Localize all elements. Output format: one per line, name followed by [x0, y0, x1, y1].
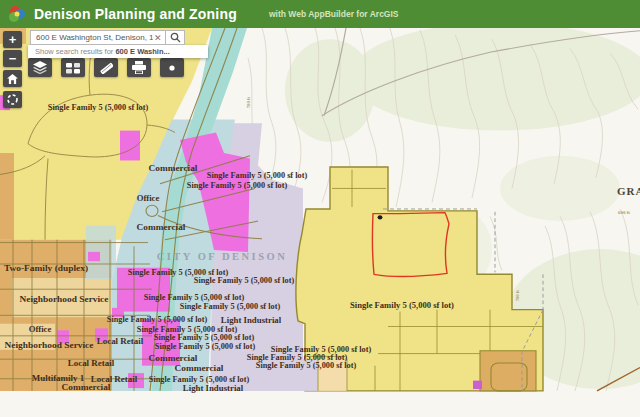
app-header: Denison Planning and Zoning with Web App…: [0, 0, 640, 28]
locate-icon: [6, 93, 19, 106]
print-icon: [132, 61, 146, 74]
map-label: Single Family 5 (5,000 sf lot): [180, 302, 281, 311]
map-label: Single Family 5 (5,000 sf lot): [256, 362, 357, 371]
map-label: Single Family 5 (5,000 sf lot): [155, 342, 256, 351]
page-title: Denison Planning and Zoning: [34, 6, 237, 22]
search-bar: ✕: [30, 30, 185, 45]
app-logo-icon: [7, 4, 27, 24]
zone-tan-strip: [0, 153, 14, 240]
map-label: Single Family 5 (5,000 sf lot): [350, 301, 454, 310]
zone-commercial-orange: [480, 351, 536, 391]
layers-icon: [33, 61, 47, 74]
measure-button[interactable]: [94, 58, 118, 77]
map-label: Single Family 5 (5,000 sf lot): [107, 315, 208, 324]
map-label: Single Family 5 (5,000 sf lot): [154, 334, 255, 343]
zoom-in-button[interactable]: +: [3, 31, 22, 48]
map-label: 700 ft: [515, 290, 520, 302]
layers-button[interactable]: [28, 58, 52, 77]
measure-icon: [99, 61, 113, 74]
map-label: GRA: [617, 186, 640, 197]
search-icon: [170, 32, 181, 43]
draw-button[interactable]: [160, 58, 184, 77]
map-label: Light Industrial: [183, 383, 244, 393]
map-canvas[interactable]: Single Family 5 (5,000 sf lot)Commercial…: [0, 28, 640, 417]
map-label: Neighborhood Service: [5, 340, 94, 350]
map-label: Single Family 5 (5,000 sf lot): [137, 325, 238, 334]
home-icon: [7, 74, 18, 84]
map-label: 700 ft: [246, 97, 251, 109]
search-suggestion-item[interactable]: Show search results for 600 E Washin...: [28, 45, 208, 58]
map-label: CITY OF DENISON: [157, 252, 288, 263]
page-subtitle: with Web AppBuilder for ArcGIS: [269, 9, 399, 19]
map-label: Neighborhood Service: [20, 295, 109, 305]
map-label: Single Family 5 (5,000 sf lot): [194, 276, 295, 285]
zoom-out-button[interactable]: −: [3, 50, 22, 67]
map-label: Light Industrial: [221, 315, 282, 325]
map-label: Commercial: [149, 163, 198, 173]
zone-purple-square: [473, 381, 482, 389]
map-label: Single Family 5 (5,000 sf lot): [48, 103, 149, 112]
map-label: Single Family 5 (5,000 sf lot): [187, 182, 288, 191]
search-button[interactable]: [165, 30, 185, 45]
map-label: Office: [137, 194, 160, 203]
map-label: Multifamily 1: [32, 373, 85, 383]
map-label: Local Retail: [97, 337, 144, 347]
suggestion-term: 600 E Washin...: [115, 47, 169, 56]
map-point-marker: [378, 215, 383, 219]
map-label: Two-Family (duplex): [4, 263, 88, 273]
print-button[interactable]: [127, 58, 151, 77]
locate-button[interactable]: [3, 91, 22, 108]
clear-search-icon[interactable]: ✕: [154, 33, 162, 43]
map-label: Office: [29, 325, 52, 334]
legend-icon: [66, 62, 80, 74]
legend-button[interactable]: [61, 58, 85, 77]
map-label: Commercial: [62, 382, 111, 392]
map-label: Single Family 5 (5,000 sf lot): [149, 375, 250, 384]
home-button[interactable]: [3, 70, 22, 87]
map-label: Commercial: [149, 353, 198, 363]
search-input[interactable]: [30, 30, 165, 45]
map-label: 600 ft: [618, 210, 630, 215]
map-svg: Single Family 5 (5,000 sf lot)Commercial…: [0, 28, 640, 417]
draw-icon: [167, 63, 177, 73]
map-label: Commercial: [175, 364, 224, 374]
map-label: Local Retail: [68, 358, 115, 368]
map-label: Commercial: [137, 223, 186, 233]
map-label: Single Family 5 (5,000 sf lot): [144, 294, 245, 303]
map-label: Single Family 5 (5,000 sf lot): [247, 353, 348, 362]
suggestion-prefix: Show search results for: [35, 47, 115, 56]
map-label: Single Family 5 (5,000 sf lot): [271, 345, 372, 354]
map-label: Single Family 5 (5,000 sf lot): [207, 171, 308, 180]
